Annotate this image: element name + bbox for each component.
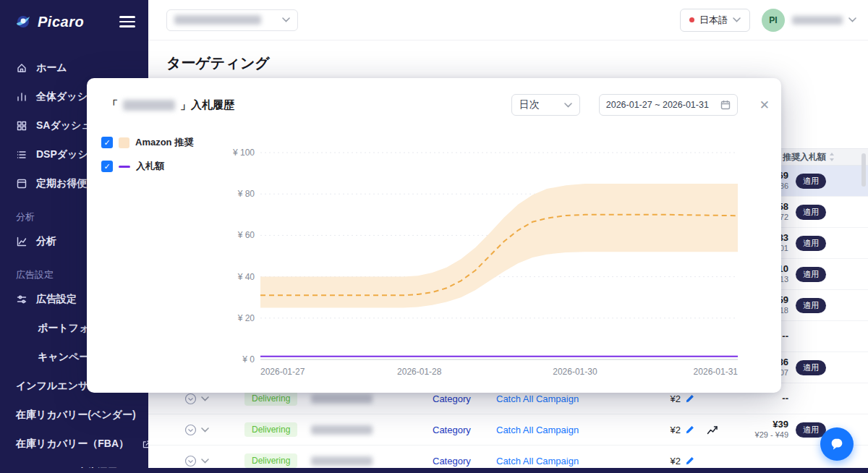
- campaign-link[interactable]: Catch All Campaign: [496, 456, 579, 466]
- expand-circle-icon[interactable]: [184, 424, 197, 436]
- sort-icon[interactable]: [829, 153, 835, 161]
- chevron-down-icon[interactable]: [848, 17, 856, 22]
- language-select[interactable]: 日本語: [680, 9, 750, 32]
- table-row[interactable]: Delivering Category Catch All Campaign ¥…: [148, 414, 868, 446]
- status-badge: Delivering: [244, 453, 297, 468]
- status-badge: Delivering: [244, 391, 297, 406]
- svg-text:2026-01-31: 2026-01-31: [694, 367, 739, 377]
- svg-text:2026-01-30: 2026-01-30: [553, 367, 597, 377]
- app-root: Picaro ホーム 全体ダッシュ SAダッシュボ DSPダッシュ 定: [0, 0, 868, 473]
- svg-text:2026-01-28: 2026-01-28: [397, 367, 442, 377]
- expand-circle-icon[interactable]: [184, 455, 197, 467]
- chevron-down-icon[interactable]: [201, 396, 209, 401]
- apply-button[interactable]: 適用: [796, 422, 826, 438]
- avatar[interactable]: PI: [762, 9, 785, 32]
- window-icon: [16, 178, 27, 189]
- campaign-link[interactable]: Catch All Campaign: [496, 393, 579, 404]
- chevron-down-icon: [564, 103, 572, 108]
- category-link[interactable]: Category: [433, 456, 471, 466]
- apply-button[interactable]: 適用: [796, 236, 826, 251]
- apply-button[interactable]: 適用: [796, 205, 826, 220]
- bid-amount-swatch: [119, 166, 130, 168]
- grid-icon: [16, 120, 27, 132]
- bid-history-chart: ¥ 0¥ 20¥ 40¥ 60¥ 80¥ 1002026-01-272026-0…: [216, 147, 744, 382]
- expand-row-control[interactable]: [148, 414, 217, 445]
- chat-widget-button[interactable]: [820, 427, 854, 461]
- bid-value: ¥2: [671, 393, 681, 404]
- language-label: 日本語: [699, 14, 728, 27]
- bid-history-modal: 「 」入札履歴 日次 2026-01-27 ~ 2026-01-31 ✕ ✓ A…: [87, 78, 781, 393]
- modal-title: 「 」入札履歴: [107, 98, 511, 112]
- svg-text:¥ 60: ¥ 60: [237, 230, 255, 240]
- calendar-icon: [720, 100, 731, 110]
- recommended-bid-column-header[interactable]: 推奨入札額: [783, 151, 826, 163]
- edit-bid-icon[interactable]: [685, 456, 694, 466]
- chevron-down-icon[interactable]: [201, 459, 209, 464]
- apply-button[interactable]: 適用: [796, 174, 826, 189]
- sliders-icon: [16, 294, 27, 305]
- line-chart-icon: [16, 236, 27, 247]
- svg-text:¥ 20: ¥ 20: [237, 313, 255, 323]
- granularity-select[interactable]: 日次: [511, 94, 580, 116]
- recommended-bid-values: --: [782, 331, 788, 342]
- chevron-down-icon[interactable]: [201, 427, 209, 432]
- edit-bid-icon[interactable]: [685, 394, 694, 404]
- category-link[interactable]: Category: [433, 393, 471, 404]
- bid-value: ¥2: [671, 425, 681, 435]
- apply-button[interactable]: 適用: [796, 360, 826, 375]
- sidebar-logo-row: Picaro: [0, 0, 148, 43]
- app-logo: Picaro: [38, 14, 114, 30]
- campaign-link[interactable]: Catch All Campaign: [496, 425, 579, 435]
- bar-chart-icon: [16, 91, 27, 103]
- expand-circle-icon[interactable]: [184, 393, 197, 405]
- legend-item-amazon-recommended[interactable]: ✓ Amazon 推奨: [101, 136, 193, 149]
- redacted-target-name: [311, 394, 373, 404]
- close-icon[interactable]: ✕: [760, 99, 770, 111]
- list-icon: [16, 149, 27, 161]
- home-icon: [16, 62, 27, 74]
- recommended-bid-values: ¥39 ¥29 - ¥49: [755, 419, 788, 440]
- chevron-down-icon: [282, 17, 290, 22]
- amazon-recommended-swatch: [119, 137, 129, 148]
- menu-toggle-button[interactable]: [119, 16, 135, 27]
- topbar: 日本語 PI: [148, 0, 868, 41]
- redacted-account-name: [792, 16, 843, 25]
- legend-item-bid-amount[interactable]: ✓ 入札額: [101, 160, 193, 173]
- edit-bid-icon[interactable]: [685, 425, 694, 435]
- modal-header: 「 」入札履歴 日次 2026-01-27 ~ 2026-01-31 ✕: [107, 94, 770, 116]
- language-status-dot: [689, 17, 694, 22]
- checkbox-checked-icon[interactable]: ✓: [101, 161, 113, 172]
- status-badge: Delivering: [244, 422, 297, 437]
- redacted-target-name: [311, 425, 373, 435]
- redacted-target-name: [311, 456, 373, 466]
- checkbox-checked-icon[interactable]: ✓: [101, 137, 113, 148]
- recommended-bid-values: --: [782, 393, 788, 404]
- chevron-down-icon: [733, 17, 741, 22]
- sidebar-item-stock-recovery-fba[interactable]: 在庫リカバリー（FBA）: [16, 430, 148, 459]
- apply-button[interactable]: 適用: [796, 267, 826, 282]
- vertical-scrollbar[interactable]: [861, 153, 866, 187]
- date-range-picker[interactable]: 2026-01-27 ~ 2026-01-31: [599, 94, 738, 116]
- chart-legend: ✓ Amazon 推奨 ✓ 入札額: [101, 136, 193, 173]
- page-title: ターゲティング: [166, 54, 270, 73]
- svg-text:¥ 40: ¥ 40: [237, 272, 255, 282]
- chat-bubble-icon: [829, 436, 845, 452]
- svg-text:2026-01-27: 2026-01-27: [260, 367, 305, 377]
- bid-value: ¥2: [671, 456, 681, 466]
- category-link[interactable]: Category: [433, 425, 471, 435]
- redacted-workspace-name: [174, 15, 261, 25]
- redacted-target-name: [123, 100, 175, 111]
- picaro-logo-icon: [14, 13, 32, 30]
- sidebar-item-stock-recovery-vendor[interactable]: 在庫リカバリー(ベンダー): [16, 401, 148, 430]
- svg-text:¥ 80: ¥ 80: [237, 189, 255, 199]
- workspace-select[interactable]: [166, 9, 298, 31]
- svg-text:¥ 0: ¥ 0: [242, 354, 255, 365]
- bottom-strip: [0, 468, 868, 473]
- svg-text:¥ 100: ¥ 100: [232, 148, 255, 158]
- external-link-icon: [142, 440, 148, 449]
- bid-trend-icon[interactable]: [707, 425, 719, 435]
- apply-button[interactable]: 適用: [796, 298, 826, 313]
